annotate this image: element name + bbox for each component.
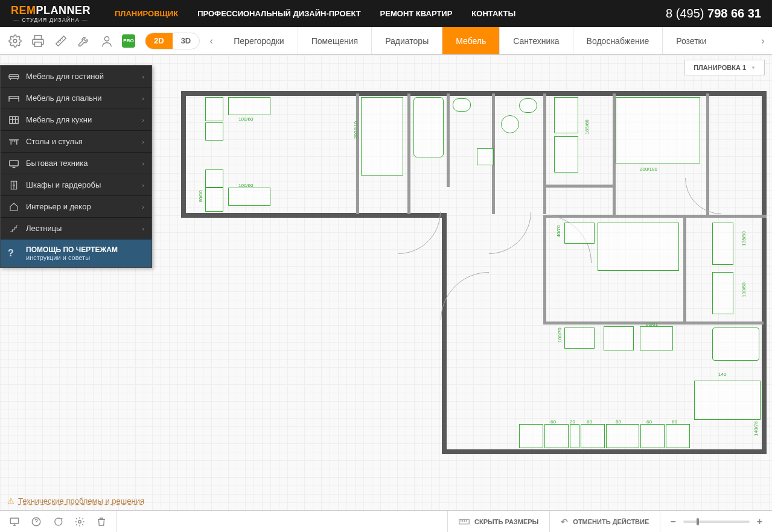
furniture-sidebar: Мебель для гостиной› Мебель для спальни›… (0, 65, 152, 268)
bed-icon (8, 93, 26, 103)
phone-number[interactable]: 8 (495) 798 66 31 (666, 7, 761, 21)
tabs-next-icon[interactable]: › (754, 27, 772, 54)
tab-sockets[interactable]: Розетки (662, 27, 719, 54)
home-icon (8, 202, 26, 212)
sidebar-item-bedroom[interactable]: Мебель для спальни› (1, 87, 152, 109)
view-2d[interactable]: 2D (145, 33, 173, 49)
bottom-icons (0, 511, 116, 532)
sidebar-help[interactable]: ? ПОМОЩЬ ПО ЧЕРТЕЖАМ инструкции и советы (1, 239, 152, 267)
svg-rect-5 (10, 160, 18, 166)
top-header: REMPLANNER СТУДИЯ ДИЗАЙНА ПЛАНИРОВЩИК ПР… (0, 0, 772, 27)
undo-icon: ↶ (561, 517, 568, 527)
svg-rect-1 (35, 42, 42, 46)
logo-part1: REM (11, 4, 36, 16)
zoom-out-button[interactable]: − (670, 516, 675, 527)
wardrobe-icon (8, 180, 26, 190)
tabs-prev-icon[interactable]: ‹ (202, 27, 220, 54)
hide-dimensions-button[interactable]: СКРЫТЬ РАЗМЕРЫ (447, 511, 549, 532)
svg-rect-4 (10, 116, 18, 123)
chevron-right-icon: › (142, 73, 144, 80)
warning-icon: ⚠ (7, 496, 14, 505)
table-icon (8, 137, 26, 147)
zoom-control: − + (660, 511, 772, 532)
toolbar: PRO 2D 3D ‹ Перегородки Помещения Радиат… (0, 27, 772, 55)
tools-icon[interactable] (76, 33, 92, 49)
nav-repair[interactable]: РЕМОНТ КВАРТИР (380, 9, 453, 18)
screen-icon[interactable] (8, 516, 21, 528)
sidebar-item-kitchen[interactable]: Мебель для кухни› (1, 109, 152, 131)
tv-icon (8, 159, 26, 168)
gear-icon[interactable] (74, 516, 86, 528)
sidebar-item-appliances[interactable]: Бытовая техника› (1, 153, 152, 174)
tab-rooms[interactable]: Помещения (298, 27, 372, 54)
chevron-right-icon: › (142, 160, 144, 167)
chevron-right-icon: › (142, 203, 144, 211)
logo[interactable]: REMPLANNER СТУДИЯ ДИЗАЙНА (11, 5, 91, 23)
floorplan[interactable]: 100/60 100/60 60/60 200/110 165/68 200/1… (181, 91, 767, 459)
sidebar-item-tables[interactable]: Столы и стулья› (1, 131, 152, 153)
tab-walls[interactable]: Перегородки (220, 27, 297, 54)
plan-selector[interactable]: ПЛАНИРОВКА 1 (684, 60, 765, 75)
category-tabs: Перегородки Помещения Радиаторы Мебель С… (220, 27, 754, 54)
nav-design[interactable]: ПРОФЕССИОНАЛЬНЫЙ ДИЗАЙН-ПРОЕКТ (197, 9, 360, 18)
chevron-right-icon: › (142, 182, 144, 189)
chevron-right-icon: › (142, 95, 144, 102)
view-toggle: 2D 3D (145, 27, 200, 54)
bottom-bar: СКРЫТЬ РАЗМЕРЫ ↶ ОТМЕНИТЬ ДЕЙСТВИЕ − + (0, 510, 772, 532)
nav-planner[interactable]: ПЛАНИРОВЩИК (115, 9, 178, 18)
tab-radiators[interactable]: Радиаторы (371, 27, 442, 54)
tab-plumbing[interactable]: Сантехника (499, 27, 572, 54)
chevron-right-icon: › (142, 138, 144, 145)
chevron-right-icon: › (142, 225, 144, 232)
nav-contacts[interactable]: КОНТАКТЫ (471, 9, 515, 18)
zoom-slider[interactable] (683, 521, 750, 523)
settings-icon[interactable] (7, 33, 23, 49)
help-icon[interactable] (30, 516, 42, 528)
stairs-icon (8, 224, 26, 233)
main-nav: ПЛАНИРОВЩИК ПРОФЕССИОНАЛЬНЫЙ ДИЗАЙН-ПРОЕ… (115, 9, 666, 18)
svg-point-9 (78, 520, 81, 523)
issues-link[interactable]: ⚠ Технические проблемы и решения (7, 496, 144, 505)
chat-icon[interactable] (52, 516, 64, 528)
tab-furniture[interactable]: Мебель (442, 27, 499, 54)
kitchen-icon (8, 115, 26, 125)
tab-water[interactable]: Водоснабжение (573, 27, 663, 54)
logo-part2: PLANNER (36, 4, 91, 16)
sidebar-item-stairs[interactable]: Лестницы› (1, 218, 152, 239)
toolbar-icons: PRO (0, 27, 142, 54)
ruler-icon (459, 518, 470, 525)
chevron-right-icon: › (142, 116, 144, 124)
svg-rect-7 (10, 518, 19, 524)
svg-point-0 (13, 39, 17, 43)
print-icon[interactable] (30, 33, 46, 49)
zoom-in-button[interactable]: + (757, 516, 762, 527)
svg-point-2 (104, 36, 109, 40)
pro-badge[interactable]: PRO (122, 34, 135, 48)
view-3d[interactable]: 3D (173, 33, 200, 49)
sidebar-item-decor[interactable]: Интерьер и декор› (1, 196, 152, 218)
ruler-icon[interactable] (53, 33, 69, 49)
help-icon: ? (8, 248, 26, 259)
undo-button[interactable]: ↶ ОТМЕНИТЬ ДЕЙСТВИЕ (549, 511, 660, 532)
user-icon[interactable] (99, 33, 115, 49)
sofa-icon (8, 72, 26, 81)
sidebar-item-wardrobes[interactable]: Шкафы и гардеробы› (1, 174, 152, 196)
logo-sub: СТУДИЯ ДИЗАЙНА (11, 17, 91, 23)
trash-icon[interactable] (95, 516, 107, 528)
sidebar-item-living[interactable]: Мебель для гостиной› (1, 66, 152, 87)
